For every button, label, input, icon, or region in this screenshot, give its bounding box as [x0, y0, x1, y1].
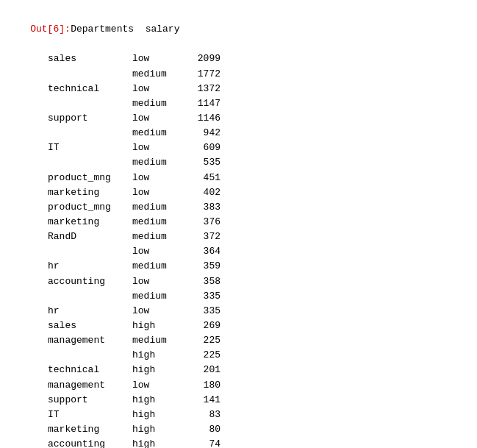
cell-dept: product_mng [48, 171, 132, 185]
cell-salary: medium [132, 155, 191, 170]
cell-value: 1772 [191, 67, 220, 82]
cell-value: 1372 [191, 82, 220, 96]
cell-salary: medium [132, 215, 191, 230]
cell-salary: low [132, 82, 191, 96]
cell-dept: accounting [48, 274, 132, 289]
cell-dept: hr [48, 304, 132, 319]
table-row: ITlow609 [7, 141, 470, 155]
table-row: product_mngmedium383 [7, 200, 470, 215]
cell-dept: product_mng [48, 200, 132, 215]
cell-salary: low [132, 141, 191, 155]
cell-salary: medium [132, 67, 191, 82]
table-row: medium1147 [7, 96, 470, 111]
cell-value: 1147 [191, 96, 220, 111]
cell-value: 535 [191, 155, 220, 170]
cell-salary: high [132, 408, 191, 422]
cell-salary: high [132, 393, 191, 408]
cell-dept: hr [48, 259, 132, 274]
cell-dept: marketing [48, 185, 132, 200]
table-row: accountinghigh74 [7, 437, 470, 448]
cell-dept: management [48, 333, 132, 348]
cell-value: 141 [191, 393, 220, 408]
cell-salary: low [132, 244, 191, 259]
cell-salary: high [132, 437, 191, 448]
output-block: Out[6]:Departments salary saleslow2099me… [7, 7, 470, 448]
cell-salary: medium [132, 96, 191, 111]
cell-value: 180 [191, 378, 220, 393]
cell-salary: medium [132, 230, 191, 244]
cell-value: 359 [191, 259, 220, 274]
cell-salary: low [132, 51, 191, 66]
cell-salary: low [132, 185, 191, 200]
cell-salary: low [132, 304, 191, 319]
cell-salary: high [132, 319, 191, 333]
table-row: managementlow180 [7, 378, 470, 393]
cell-value: 942 [191, 126, 220, 141]
table-row: marketinglow402 [7, 185, 470, 200]
cell-dept: IT [48, 408, 132, 422]
cell-value: 372 [191, 230, 220, 244]
cell-value: 364 [191, 244, 220, 259]
cell-dept: support [48, 393, 132, 408]
cell-dept: management [48, 378, 132, 393]
cell-dept: technical [48, 363, 132, 377]
cell-value: 383 [191, 200, 220, 215]
table-row: saleshigh269 [7, 319, 470, 333]
cell-value: 335 [191, 304, 220, 319]
table-row: product_mnglow451 [7, 171, 470, 185]
header-dept: Departments [71, 24, 134, 35]
cell-salary: medium [132, 126, 191, 141]
cell-value: 225 [191, 348, 220, 363]
cell-value: 376 [191, 215, 220, 230]
table-row: technicallow1372 [7, 82, 470, 96]
cell-dept: IT [48, 141, 132, 155]
cell-value: 402 [191, 185, 220, 200]
cell-salary: low [132, 111, 191, 126]
table-row: accountinglow358 [7, 274, 470, 289]
cell-salary: low [132, 171, 191, 185]
table-row: medium335 [7, 289, 470, 304]
table-row: RandDmedium372 [7, 230, 470, 244]
cell-dept: marketing [48, 215, 132, 230]
table-row: hrlow335 [7, 304, 470, 319]
cell-dept: accounting [48, 437, 132, 448]
cell-salary: low [132, 274, 191, 289]
table-row: saleslow2099 [7, 51, 470, 66]
table-row: supporthigh141 [7, 393, 470, 408]
cell-value: 74 [191, 437, 220, 448]
table-row: medium535 [7, 155, 470, 170]
table-row: high225 [7, 348, 470, 363]
cell-value: 1146 [191, 111, 220, 126]
table-row: technicalhigh201 [7, 363, 470, 377]
output-label: Out[6]: [30, 22, 71, 37]
cell-salary: medium [132, 200, 191, 215]
table-row: marketinghigh80 [7, 422, 470, 437]
cell-dept: RandD [48, 230, 132, 244]
table-row: managementmedium225 [7, 333, 470, 348]
cell-value: 225 [191, 333, 220, 348]
cell-salary: high [132, 348, 191, 363]
cell-value: 83 [191, 408, 220, 422]
cell-salary: low [132, 378, 191, 393]
cell-salary: medium [132, 289, 191, 304]
cell-dept: sales [48, 51, 132, 66]
cell-value: 80 [191, 422, 220, 437]
cell-salary: medium [132, 333, 191, 348]
cell-salary: high [132, 363, 191, 377]
cell-dept: marketing [48, 422, 132, 437]
cell-dept: sales [48, 319, 132, 333]
table-row: IThigh83 [7, 408, 470, 422]
cell-value: 358 [191, 274, 220, 289]
table-row: medium942 [7, 126, 470, 141]
cell-value: 201 [191, 363, 220, 377]
cell-value: 451 [191, 171, 220, 185]
data-table: Out[6]:Departments salary [7, 7, 470, 51]
cell-value: 2099 [191, 51, 220, 66]
table-row: medium1772 [7, 67, 470, 82]
cell-salary: high [132, 422, 191, 437]
cell-value: 609 [191, 141, 220, 155]
cell-dept: support [48, 111, 132, 126]
cell-value: 269 [191, 319, 220, 333]
cell-value: 335 [191, 289, 220, 304]
table-row: hrmedium359 [7, 259, 470, 274]
